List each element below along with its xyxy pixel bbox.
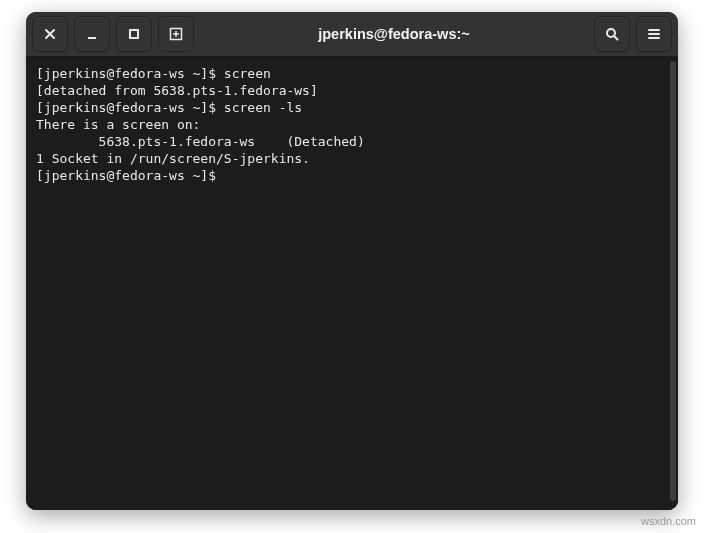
new-tab-icon xyxy=(169,27,183,41)
maximize-button[interactable] xyxy=(116,16,152,52)
watermark: wsxdn.com xyxy=(641,515,696,527)
scrollbar-track[interactable] xyxy=(668,57,678,510)
minimize-button[interactable] xyxy=(74,16,110,52)
search-button[interactable] xyxy=(594,16,630,52)
hamburger-icon xyxy=(647,27,661,41)
svg-rect-1 xyxy=(130,30,138,38)
search-icon xyxy=(605,27,619,41)
titlebar: jperkins@fedora-ws:~ xyxy=(26,12,678,57)
close-button[interactable] xyxy=(32,16,68,52)
window-title: jperkins@fedora-ws:~ xyxy=(200,26,588,42)
terminal-content[interactable]: [jperkins@fedora-ws ~]$ screen [detached… xyxy=(26,57,668,510)
menu-button[interactable] xyxy=(636,16,672,52)
close-icon xyxy=(44,28,56,40)
terminal-area: [jperkins@fedora-ws ~]$ screen [detached… xyxy=(26,57,678,510)
new-tab-button[interactable] xyxy=(158,16,194,52)
svg-rect-0 xyxy=(88,37,96,39)
minimize-icon xyxy=(86,28,98,40)
terminal-window: jperkins@fedora-ws:~ [jperkins@fedora-ws… xyxy=(26,12,678,510)
maximize-icon xyxy=(128,28,140,40)
scrollbar-thumb[interactable] xyxy=(670,61,676,501)
